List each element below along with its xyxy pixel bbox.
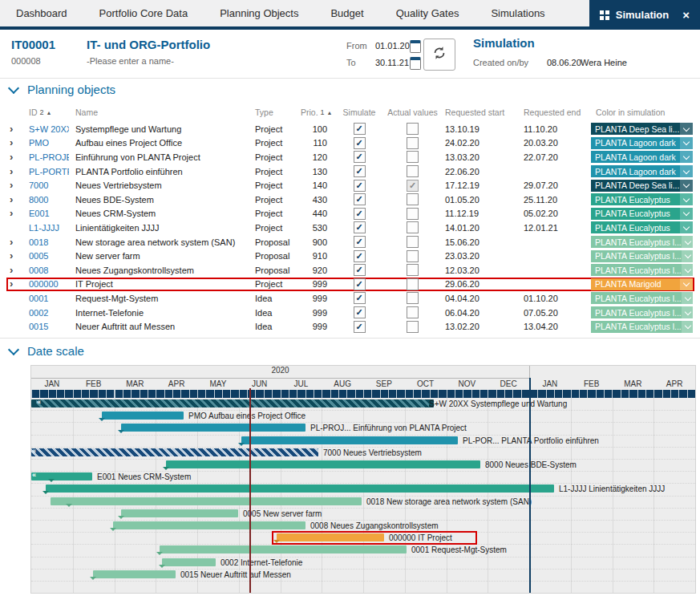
table-row-000000[interactable]: ›000000IT ProjectProject999✓29.06.20PLAN…: [6, 278, 694, 292]
actual-values-checkbox[interactable]: [407, 264, 419, 276]
column-header-simulate[interactable]: Simulate: [332, 107, 386, 117]
row-id-link[interactable]: 8000: [22, 195, 69, 205]
expand-icon[interactable]: ›: [10, 152, 13, 162]
actual-values-checkbox[interactable]: [407, 250, 419, 262]
column-header-requested-start[interactable]: Requested start: [439, 107, 517, 117]
close-icon[interactable]: ×: [682, 8, 690, 22]
row-id-link[interactable]: E001: [22, 209, 69, 218]
color-in-simulation-select[interactable]: PLANTA Eucalyptus: [591, 221, 693, 233]
simulate-checkbox[interactable]: ✓: [354, 264, 366, 276]
row-id-link[interactable]: 0018: [22, 237, 69, 247]
color-in-simulation-select[interactable]: PLANTA Eucalyptus: [591, 208, 693, 220]
actual-values-checkbox[interactable]: [407, 236, 419, 248]
row-id-link[interactable]: 0015: [22, 322, 69, 331]
gantt-bar-PMO[interactable]: [102, 412, 184, 420]
simulate-checkbox[interactable]: ✓: [354, 180, 366, 192]
simulate-checkbox[interactable]: ✓: [354, 236, 366, 248]
color-in-simulation-select[interactable]: PLANTA Eucalyptus l...: [591, 306, 693, 318]
color-in-simulation-select[interactable]: PLANTA Eucalyptus l...: [591, 250, 693, 262]
gantt-bar-PL-PORTFOLIO[interactable]: [241, 436, 458, 444]
gantt-bar-0018[interactable]: [51, 497, 362, 505]
actual-values-checkbox[interactable]: [407, 193, 419, 205]
row-id-link[interactable]: PL-PROJECT: [22, 152, 69, 162]
color-in-simulation-select[interactable]: PLANTA Lagoon dark: [591, 137, 693, 149]
expand-icon[interactable]: ›: [10, 237, 13, 247]
column-header-id[interactable]: ID2▲: [22, 107, 69, 117]
table-row-S+W 20XX[interactable]: ›S+W 20XXSystempflege und WartungProject…: [6, 122, 694, 136]
simulate-checkbox[interactable]: ✓: [354, 221, 366, 233]
color-in-simulation-select[interactable]: PLANTA Eucalyptus l...: [591, 321, 693, 333]
simulate-checkbox[interactable]: ✓: [354, 278, 366, 290]
simulate-checkbox[interactable]: ✓: [354, 137, 366, 149]
expand-icon[interactable]: ›: [10, 195, 13, 205]
row-id-link[interactable]: L1-JJJJ: [22, 223, 69, 233]
gantt-bar-0005[interactable]: [121, 509, 238, 517]
color-in-simulation-select[interactable]: PLANTA Marigold: [591, 278, 693, 290]
gantt-bar-0001[interactable]: [160, 545, 407, 553]
column-header-actual-values[interactable]: Actual values: [386, 107, 439, 117]
calendar-icon-to[interactable]: [410, 57, 421, 70]
color-in-simulation-select[interactable]: PLANTA Eucalyptus l...: [591, 236, 693, 248]
row-id-link[interactable]: PMO: [22, 138, 69, 148]
color-in-simulation-select[interactable]: PLANTA Eucalyptus l...: [591, 292, 693, 304]
gantt-bar-L1-JJJJ[interactable]: [46, 485, 554, 493]
from-date-field[interactable]: 01.01.20: [375, 41, 410, 51]
row-id-link[interactable]: 0005: [22, 251, 69, 261]
table-row-E001[interactable]: ›E001Neues CRM-SystemProject440✓11.12.19…: [6, 207, 694, 221]
row-id-link[interactable]: 0002: [22, 308, 69, 318]
tab-simulation-active[interactable]: Simulation ×: [589, 0, 700, 30]
row-id-link[interactable]: 0001: [22, 294, 69, 303]
expand-icon[interactable]: ›: [10, 138, 13, 148]
simulate-checkbox[interactable]: ✓: [354, 151, 366, 163]
actual-values-checkbox[interactable]: ✓: [407, 180, 419, 192]
actual-values-checkbox[interactable]: [407, 292, 419, 304]
tab-quality-gates[interactable]: Quality Gates: [380, 0, 475, 26]
actual-values-checkbox[interactable]: [407, 123, 419, 135]
gantt-bar-S+W 20XX[interactable]: «: [31, 399, 434, 407]
gantt-bar-PL-PROJECT[interactable]: [121, 424, 305, 432]
expand-icon[interactable]: ›: [10, 251, 13, 261]
calendar-icon-from[interactable]: [410, 40, 421, 53]
expand-icon[interactable]: ›: [10, 124, 13, 134]
table-row-0001[interactable]: 0001Request-Mgt-SystemIdea999✓04.04.2001…: [6, 291, 694, 306]
column-header-color-in-simulation[interactable]: Color in simulation: [589, 107, 694, 117]
table-row-0008[interactable]: ›0008Neues ZugangskontrollsystemProposal…: [6, 263, 694, 278]
table-row-L1-JJJJ[interactable]: L1-JJJJLinientätigkeiten JJJJProject530✓…: [6, 221, 694, 235]
expand-icon[interactable]: ›: [10, 180, 13, 190]
simulate-checkbox[interactable]: ✓: [354, 165, 366, 177]
gantt-bar-0015[interactable]: [93, 570, 176, 578]
portfolio-name-placeholder[interactable]: -Please enter a name-: [87, 56, 174, 66]
row-id-link[interactable]: 000000: [22, 279, 69, 289]
planning-objects-section-header[interactable]: Planning objects: [10, 83, 115, 96]
column-header-type[interactable]: Type: [249, 107, 294, 117]
table-row-PL-PROJECT[interactable]: ›PL-PROJECTEinführung von PLANTA Project…: [6, 150, 694, 164]
simulate-checkbox[interactable]: ✓: [354, 306, 366, 318]
row-id-link[interactable]: S+W 20XX: [22, 124, 69, 134]
table-row-0018[interactable]: ›0018New storage area network system (SA…: [6, 235, 694, 249]
actual-values-checkbox[interactable]: [407, 278, 419, 290]
row-id-link[interactable]: PL-PORTFO...: [22, 167, 69, 176]
color-in-simulation-select[interactable]: PLANTA Lagoon dark: [591, 151, 693, 163]
gantt-bar-8000[interactable]: [166, 460, 480, 468]
simulate-checkbox[interactable]: ✓: [354, 250, 366, 262]
simulate-checkbox[interactable]: ✓: [354, 123, 366, 135]
column-header-requested-end[interactable]: Requested end: [517, 107, 589, 117]
color-in-simulation-select[interactable]: PLANTA Deep Sea li...: [591, 180, 693, 192]
column-header-name[interactable]: Name: [69, 107, 249, 117]
color-in-simulation-select[interactable]: PLANTA Deep Sea li...: [591, 123, 693, 135]
expand-icon[interactable]: ›: [10, 266, 13, 275]
actual-values-checkbox[interactable]: [407, 221, 419, 233]
actual-values-checkbox[interactable]: [407, 306, 419, 318]
color-in-simulation-select[interactable]: PLANTA Eucalyptus: [591, 193, 693, 205]
table-row-8000[interactable]: ›8000Neues BDE-SystemProject430✓01.05.20…: [6, 193, 694, 207]
tab-portfolio-core-data[interactable]: Portfolio Core Data: [83, 0, 204, 26]
expand-icon[interactable]: ›: [10, 279, 13, 289]
color-in-simulation-select[interactable]: PLANTA Lagoon dark: [591, 165, 693, 177]
column-header-prio-[interactable]: Prio.1▲: [294, 107, 332, 117]
table-row-0005[interactable]: ›0005New server farmProposal910✓23.03.20…: [6, 249, 694, 263]
table-row-PL-PORTFO...[interactable]: ›PL-PORTFO...PLANTA Portfolio einführenP…: [6, 164, 694, 179]
gantt-bar-0008[interactable]: [113, 521, 305, 529]
date-scale-section-header[interactable]: Date scale: [10, 344, 84, 358]
gantt-bar-E001[interactable]: «: [31, 472, 92, 480]
actual-values-checkbox[interactable]: [407, 321, 419, 333]
